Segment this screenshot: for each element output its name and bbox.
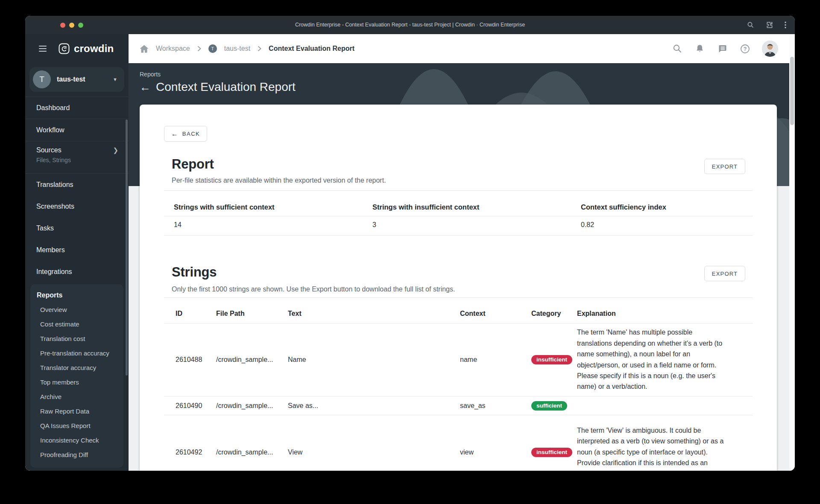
cell: Name: [288, 356, 460, 364]
sidebar-report-item-top-members[interactable]: Top members: [30, 375, 123, 389]
strings-table: 2610488/crowdin_sample...Namenameinsuffi…: [164, 323, 753, 471]
back-arrow-icon[interactable]: ←: [140, 81, 151, 94]
sidebar-report-item-overview[interactable]: Overview: [30, 302, 123, 317]
sidebar-reports-group: Reports OverviewCost estimateTranslation…: [30, 284, 123, 468]
report-card: ←BACK Report Per-file statistics are ava…: [140, 105, 777, 471]
help-icon[interactable]: ?: [740, 44, 750, 54]
browser-menu-icon[interactable]: [785, 21, 786, 29]
sidebar-item-tasks[interactable]: Tasks: [25, 217, 129, 239]
crowdin-logo[interactable]: crowdin: [59, 43, 114, 55]
breadcrumb-project[interactable]: taus-test: [224, 45, 250, 52]
sidebar-report-item-archive[interactable]: Archive: [30, 389, 123, 404]
category-badge-insufficient: insufficient: [531, 355, 572, 364]
titlebar: Crowdin Enterprise - Context Evaluation …: [25, 16, 795, 34]
page-scrollbar-thumb[interactable]: [790, 57, 794, 125]
stat-label: Strings with insufficient context: [363, 203, 571, 211]
crowdin-logo-text: crowdin: [74, 43, 114, 55]
sidebar-report-item-cost-estimate[interactable]: Cost estimate: [30, 317, 123, 331]
app-header: Workspace T taus-test Context Evaluation…: [129, 34, 789, 63]
chevron-down-icon: ▼: [113, 77, 117, 82]
stat-value: 3: [363, 221, 571, 229]
hero-eyebrow: Reports: [140, 71, 161, 78]
messages-icon[interactable]: [718, 44, 727, 54]
browser-window: Crowdin Enterprise - Context Evaluation …: [25, 16, 795, 471]
report-section-subtitle: Per-file statistics are available within…: [172, 177, 386, 184]
sidebar-report-item-translation-cost[interactable]: Translation cost: [30, 331, 123, 346]
sidebar-report-item-raw-report-data[interactable]: Raw Report Data: [30, 404, 123, 418]
cell: 2610488: [176, 356, 216, 364]
cell: 2610492: [176, 449, 216, 456]
explanation-text: The term 'Name' has multiple possible tr…: [577, 327, 724, 392]
cell: save_as: [460, 402, 531, 410]
user-avatar[interactable]: [762, 41, 778, 57]
titlebar-search-icon[interactable]: [747, 21, 754, 29]
project-avatar: T: [33, 70, 51, 88]
stat-value: 0.82: [571, 221, 753, 229]
string-row[interactable]: 2610492/crowdin_sample...Viewviewinsuffi…: [164, 415, 753, 471]
stat-label: Strings with sufficient context: [164, 203, 363, 211]
sidebar-report-item-pre-translation-accuracy[interactable]: Pre-translation accuracy: [30, 346, 123, 360]
sidebar-item-dashboard[interactable]: Dashboard: [25, 97, 129, 119]
column-header-file-path: File Path: [216, 310, 288, 318]
sidebar-item-members[interactable]: Members: [25, 239, 129, 261]
sidebar: crowdin T taus-test ▼ DashboardWorkflowS…: [25, 34, 129, 471]
column-header-text: Text: [288, 310, 460, 318]
svg-text:?: ?: [744, 46, 747, 52]
cell: view: [460, 449, 531, 456]
sidebar-item-translations[interactable]: Translations: [25, 174, 129, 195]
zoom-window-button[interactable]: [78, 23, 83, 28]
crowdin-logo-icon: [59, 43, 70, 54]
breadcrumb-workspace[interactable]: Workspace: [156, 45, 190, 52]
sidebar-report-item-qa-issues-report[interactable]: QA Issues Report: [30, 418, 123, 433]
window-title: Crowdin Enterprise - Context Evaluation …: [153, 16, 667, 34]
sidebar-report-item-proofreading-diff[interactable]: Proofreading Diff: [30, 447, 123, 462]
sidebar-item-screenshots[interactable]: Screenshots: [25, 195, 129, 217]
minimize-window-button[interactable]: [69, 23, 74, 28]
cell: View: [288, 449, 460, 456]
stat-label: Context sufficiency index: [571, 203, 753, 211]
strings-section-subtitle: Only the first 1000 strings are shown. U…: [172, 286, 455, 293]
strings-section-title: Strings: [172, 265, 217, 280]
chevron-right-icon: [258, 46, 261, 52]
cell: name: [460, 356, 531, 364]
page-scrollbar[interactable]: [789, 34, 795, 471]
menu-icon[interactable]: [39, 46, 47, 52]
string-row[interactable]: 2610488/crowdin_sample...Namenameinsuffi…: [164, 323, 753, 396]
sidebar-item-workflow[interactable]: Workflow: [25, 119, 129, 141]
explanation-text: The term 'View' is ambiguous. It could b…: [577, 425, 724, 471]
column-header-explanation: Explanation: [577, 310, 753, 318]
close-window-button[interactable]: [60, 23, 65, 28]
stat-value: 14: [164, 221, 363, 229]
cell: /crowdin_sample...: [216, 356, 288, 364]
project-name: taus-test: [57, 76, 85, 83]
strings-export-button[interactable]: EXPORT: [704, 266, 745, 281]
report-section-title: Report: [172, 157, 214, 172]
sidebar-item-integrations[interactable]: Integrations: [25, 261, 129, 283]
sidebar-item-reports[interactable]: Reports: [30, 288, 123, 302]
search-icon[interactable]: [673, 44, 682, 53]
traffic-lights: [60, 16, 83, 34]
sidebar-scrollbar[interactable]: [126, 119, 128, 376]
notifications-icon[interactable]: [695, 44, 705, 54]
cell: /crowdin_sample...: [216, 449, 288, 456]
column-header-context: Context: [460, 310, 531, 318]
breadcrumb-project-avatar: T: [208, 44, 217, 53]
report-export-button[interactable]: EXPORT: [704, 159, 745, 174]
column-header-id: ID: [176, 310, 216, 318]
strings-table-header: IDFile PathTextContextCategoryExplanatio…: [164, 310, 753, 318]
sidebar-item-sources[interactable]: Sources❯Files, Strings: [25, 141, 129, 173]
page-title: Context Evaluation Report: [156, 80, 296, 94]
cell: 2610490: [176, 402, 216, 410]
sidebar-report-item-translator-accuracy[interactable]: Translator accuracy: [30, 360, 123, 375]
category-badge-sufficient: sufficient: [531, 401, 567, 411]
cell: /crowdin_sample...: [216, 402, 288, 410]
chevron-right-icon: [197, 46, 201, 52]
category-badge-insufficient: insufficient: [531, 448, 572, 457]
extensions-icon[interactable]: [765, 21, 773, 29]
sidebar-report-item-inconsistency-check[interactable]: Inconsistency Check: [30, 433, 123, 447]
back-button[interactable]: ←BACK: [164, 126, 207, 142]
home-icon[interactable]: [140, 45, 149, 53]
string-row[interactable]: 2610490/crowdin_sample...Save as...save_…: [164, 396, 753, 415]
project-selector[interactable]: T taus-test ▼: [29, 67, 124, 92]
breadcrumb-current: Context Evaluation Report: [269, 45, 354, 52]
